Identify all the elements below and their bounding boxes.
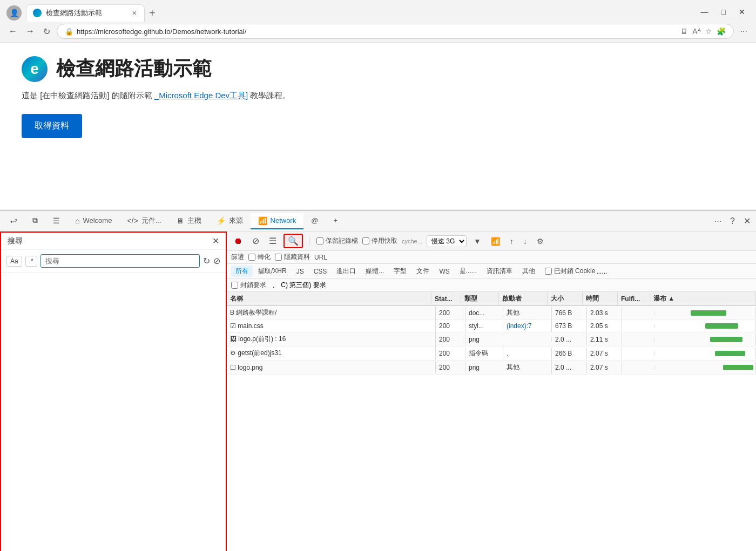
clear-button[interactable]: ⊘ <box>249 234 262 248</box>
preserve-log-input[interactable] <box>316 237 323 244</box>
record-button[interactable]: ⏺ <box>231 235 245 248</box>
devtools-tab-menu[interactable]: ☰ <box>45 213 68 229</box>
address-icons: 🖥 Aᴬ ☆ 🧩 <box>680 27 725 36</box>
block-request-checkbox[interactable]: 封鎖要求 <box>231 281 266 290</box>
header-initiator[interactable]: 啟動者 <box>499 292 548 305</box>
preserve-log-label: 保留記錄檔 <box>326 236 358 246</box>
header-waterfall[interactable]: 瀑布 ▲ <box>650 292 756 305</box>
type-js-button[interactable]: JS <box>292 267 308 276</box>
preserve-log-checkbox[interactable]: 保留記錄檔 <box>316 236 358 246</box>
use-cache-checkbox[interactable]: 停用快取 <box>362 236 397 246</box>
convert-checkbox[interactable] <box>248 254 255 261</box>
reader-mode-icon[interactable]: Aᴬ <box>692 27 700 36</box>
type-wasm-button[interactable]: 是...... <box>455 266 481 277</box>
type-ws-button[interactable]: WS <box>435 267 454 276</box>
row-doc-icon: B <box>230 309 234 316</box>
type-media-button[interactable]: 媒體... <box>361 266 388 277</box>
type-manifest-button[interactable]: 資訊清單 <box>482 266 517 277</box>
search-panel-close-button[interactable]: ✕ <box>212 236 219 246</box>
network-table: 名稱 Stat... 類型 啟動者 大小 時間 Fulfi... 瀑布 ▲ B … <box>227 292 756 551</box>
devtools-tab-inspect[interactable]: ⮐ <box>2 213 25 229</box>
network-conditions-button[interactable]: 📶 <box>488 235 503 247</box>
table-row[interactable]: ☑ main.css 200 styl... (index):7 673 B 2… <box>227 320 756 332</box>
search-refresh-button[interactable]: ↻ <box>203 256 210 266</box>
type-img-button[interactable]: 進出口 <box>332 266 360 277</box>
favorites-icon[interactable]: ☆ <box>705 27 712 36</box>
devtools-tab-network[interactable]: 📶 Network <box>251 213 304 229</box>
row-name-cell: ⚙ getst(前ed)js31 <box>227 346 436 360</box>
row-filename: logo.png <box>238 364 262 371</box>
use-cache-input[interactable] <box>362 237 369 244</box>
search-option-regex[interactable]: .* <box>25 256 37 267</box>
close-button[interactable]: ✕ <box>734 5 750 18</box>
header-type[interactable]: 類型 <box>461 292 499 305</box>
header-size[interactable]: 大小 <box>548 292 583 305</box>
devtools-tab-add[interactable]: + <box>326 213 345 229</box>
download-button[interactable]: ↓ <box>521 235 530 247</box>
throttle-dropdown-button[interactable]: ▼ <box>471 235 484 247</box>
table-row[interactable]: B 網路教學課程/ 200 doc... 其他 766 B 2.03 s <box>227 306 756 320</box>
page-header: e 檢查網路活動示範 <box>22 56 734 82</box>
type-doc-button[interactable]: 文件 <box>412 266 434 277</box>
filter-button[interactable]: ☰ <box>266 234 279 248</box>
minimize-button[interactable]: — <box>697 5 713 18</box>
header-fulfil[interactable]: Fulfi... <box>618 293 650 305</box>
devtools-tab-elements[interactable]: </> 元件... <box>119 213 168 230</box>
row-status: 200 <box>436 348 465 359</box>
table-row[interactable]: 🖼 logo.p(前引) : 16 200 png 2.0 ... 2.11 s <box>227 332 756 346</box>
search-input[interactable] <box>40 254 200 268</box>
row-size: 2.0 ... <box>552 362 587 373</box>
header-name[interactable]: 名稱 <box>227 292 431 305</box>
desc-link[interactable]: _Microsoft Edge Dev工具] <box>154 91 248 100</box>
row-size: 266 B <box>552 348 587 359</box>
convert-filter[interactable]: 轉化 <box>248 253 271 262</box>
row-filename: logo.p(前引) : 16 <box>238 335 286 343</box>
tab-favicon <box>33 9 42 17</box>
type-xhr-button[interactable]: 擷取/XHR <box>254 266 291 277</box>
forward-button[interactable]: → <box>24 24 37 38</box>
devtools-close-button[interactable]: ✕ <box>740 214 754 228</box>
devtools-tab-at[interactable]: @ <box>303 213 326 229</box>
get-data-button[interactable]: 取得資料 <box>22 114 82 138</box>
row-name-cell: B 網路教學課程/ <box>227 306 436 319</box>
search-option-case[interactable]: Aa <box>6 256 22 267</box>
network-settings-button[interactable]: ⚙ <box>534 235 546 247</box>
devtools-tab-welcome[interactable]: ⌂ Welcome <box>68 213 119 229</box>
devtools-tab-device[interactable]: ⧉ <box>25 213 45 229</box>
hide-data-checkbox[interactable] <box>275 254 282 261</box>
search-clear-button[interactable]: ⊘ <box>213 256 220 266</box>
throttle-select[interactable]: 慢速 3G 快速 3G 離線 不調節 <box>427 235 467 247</box>
site-info-icon[interactable]: 🖥 <box>680 27 688 36</box>
type-other-button[interactable]: 其他 <box>518 266 539 277</box>
devtools-help-button[interactable]: ? <box>727 214 738 228</box>
table-row[interactable]: ⚙ getst(前ed)js31 200 指令碼 . 266 B 2.07 s <box>227 346 756 360</box>
block-request-input[interactable] <box>231 282 238 289</box>
initiator-link[interactable]: (index):7 <box>507 322 532 330</box>
type-css-button[interactable]: CSS <box>309 267 332 276</box>
more-tools-button[interactable]: ··· <box>738 24 750 38</box>
devtools-tab-more-controls: ··· ? ✕ <box>711 214 754 228</box>
type-all-button[interactable]: 所有 <box>231 266 253 277</box>
back-button[interactable]: ← <box>6 24 19 38</box>
tab-close-btn[interactable]: × <box>131 9 138 17</box>
extensions-icon[interactable]: 🧩 <box>717 27 726 36</box>
new-tab-button[interactable]: + <box>145 5 160 22</box>
maximize-button[interactable]: □ <box>717 5 730 18</box>
devtools-tab-sources[interactable]: ⚡ 來源 <box>209 213 251 230</box>
upload-button[interactable]: ↑ <box>507 235 516 247</box>
header-time[interactable]: 時間 <box>583 292 618 305</box>
search-button[interactable]: 🔍 <box>284 234 303 248</box>
type-font-button[interactable]: 字型 <box>389 266 411 277</box>
blocked-cookie-checkbox[interactable] <box>545 268 552 275</box>
header-status[interactable]: Stat... <box>431 293 461 305</box>
devtools-tab-console[interactable]: 🖥 主機 <box>169 213 209 230</box>
devtools-more-button[interactable]: ··· <box>711 214 725 228</box>
row-waterfall <box>654 307 756 319</box>
address-input[interactable]: 🔒 https://microsoftedge.github.io/Demos/… <box>57 24 734 39</box>
refresh-button[interactable]: ↻ <box>41 24 52 39</box>
active-tab[interactable]: 檢查網路活動示範 × <box>26 4 145 22</box>
row-initiator: 其他 <box>503 306 552 319</box>
hide-data-filter[interactable]: 隱藏資料 <box>275 253 310 262</box>
table-row[interactable]: ☐ logo.png 200 png 其他 2.0 ... 2.07 s <box>227 360 756 375</box>
blocked-cookie-filter[interactable]: 已封鎖 Cookie <box>545 267 596 276</box>
